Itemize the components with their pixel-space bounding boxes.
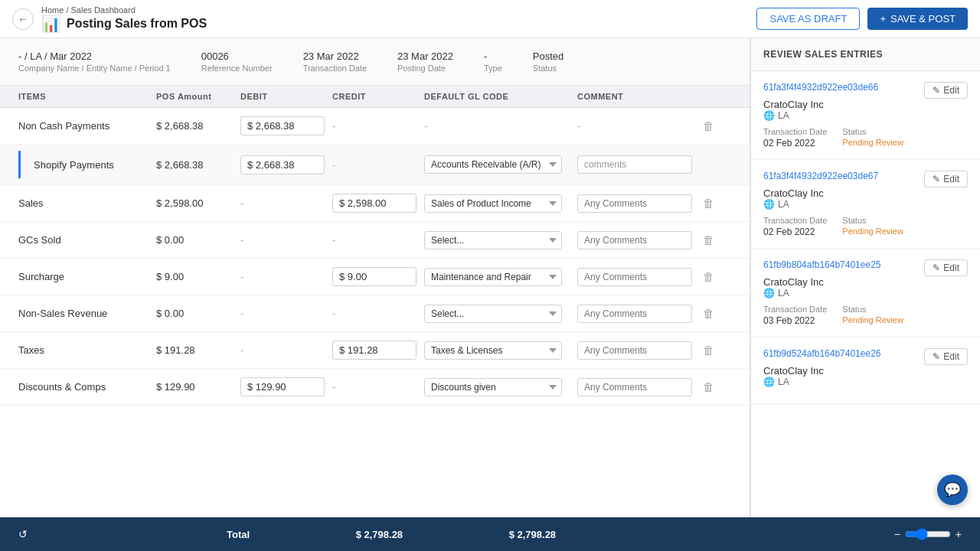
company-value: - / LA / Mar 2022	[18, 51, 171, 62]
status-badge-1: Pending Review	[842, 138, 903, 147]
chat-fab-button[interactable]: 💬	[937, 474, 968, 505]
comment-shopify	[577, 155, 700, 174]
refresh-button[interactable]: ↺	[18, 528, 28, 540]
debit-input-non-cash[interactable]	[240, 116, 325, 135]
save-post-button[interactable]: + SAVE & POST	[867, 8, 968, 30]
comment-input-surcharge[interactable]	[577, 268, 692, 286]
debit-surcharge: -	[240, 271, 332, 282]
gl-discounts: Discounts given	[424, 378, 577, 396]
total-label: Total	[227, 529, 250, 540]
comment-gcs	[577, 231, 700, 249]
breadcrumb-sep: /	[66, 5, 68, 15]
col-comment: COMMENT	[577, 92, 700, 101]
credit-discounts: -	[332, 381, 424, 393]
gl-select-discounts[interactable]: Discounts given	[424, 378, 562, 396]
comment-input-sales[interactable]	[577, 194, 692, 213]
credit-shopify: -	[332, 159, 424, 171]
edit-button-3[interactable]: ✎ Edit	[924, 259, 968, 276]
comment-input-shopify[interactable]	[577, 155, 692, 174]
table-row-surcharge: Surcharge $ 9.00 - Maintenance and Repai…	[0, 259, 750, 295]
action-surcharge: 🗑	[700, 267, 730, 286]
meta-transaction-date: 23 Mar 2022 Transaction Date	[303, 51, 367, 73]
edit-button-1[interactable]: ✎ Edit	[924, 82, 968, 99]
breadcrumb-home[interactable]: Home	[41, 5, 64, 15]
review-card-1-status: Status Pending Review	[842, 127, 903, 148]
type-value: -	[484, 51, 502, 62]
review-card-2-id: 61fa3f4f4932d922ee03de67	[763, 171, 878, 181]
table-row-sales: Sales $ 2,598.00 - Sales of Product Inco…	[0, 185, 750, 222]
debit-input-shopify[interactable]	[240, 155, 325, 174]
comment-input-gcs[interactable]	[577, 231, 692, 249]
save-draft-button[interactable]: SAVE AS DRAFT	[756, 8, 860, 30]
breadcrumb: Home / Sales Dashboard	[41, 5, 207, 15]
meta-company: - / LA / Mar 2022 Company Name / Entity …	[18, 51, 171, 73]
transaction-date-label: Transaction Date	[303, 64, 367, 73]
meta-type: - Type	[484, 51, 502, 73]
debit-gcs: -	[240, 234, 332, 246]
action-discounts: 🗑	[700, 377, 730, 396]
comment-taxes	[577, 341, 700, 360]
item-name-gcs: GCs Sold	[18, 234, 156, 246]
item-name-shopify: Shopify Payments	[34, 159, 156, 171]
review-card-1-date: Transaction Date 02 Feb 2022	[763, 127, 827, 148]
credit-input-surcharge[interactable]	[332, 267, 416, 286]
nav-right: SAVE AS DRAFT + SAVE & POST	[756, 8, 968, 30]
gl-select-gcs[interactable]: Select...	[424, 231, 562, 249]
review-card-2: 61fa3f4f4932d922ee03de67 ✎ Edit CratoCla…	[751, 160, 980, 249]
delete-surcharge-button[interactable]: 🗑	[700, 267, 717, 286]
pos-amount-non-cash: $ 2,668.38	[156, 120, 240, 132]
credit-input-sales[interactable]	[332, 194, 416, 213]
breadcrumb-area: Home / Sales Dashboard 📊 Posting Sales f…	[41, 5, 207, 33]
col-actions	[700, 92, 730, 101]
debit-shopify	[240, 155, 332, 174]
debit-input-discounts[interactable]	[240, 377, 325, 396]
edit-button-2[interactable]: ✎ Edit	[924, 171, 968, 187]
zoom-in-button[interactable]: +	[956, 528, 962, 540]
comment-discounts	[577, 378, 700, 396]
delete-non-sales-button[interactable]: 🗑	[700, 304, 717, 323]
review-card-4-company: CratoClay Inc	[763, 365, 968, 377]
comment-input-taxes[interactable]	[577, 341, 692, 360]
gl-non-cash: -	[424, 120, 577, 132]
gl-sales: Sales of Product Income	[424, 194, 577, 213]
edit-button-4[interactable]: ✎ Edit	[924, 348, 968, 365]
delete-gcs-button[interactable]: 🗑	[700, 230, 717, 249]
posting-date-value: 23 Mar 2022	[397, 51, 453, 62]
delete-non-cash-button[interactable]: 🗑	[700, 116, 717, 135]
main-content: - / LA / Mar 2022 Company Name / Entity …	[0, 38, 980, 517]
comment-non-sales	[577, 305, 700, 323]
reference-label: Reference Number	[201, 64, 273, 73]
back-button[interactable]: ←	[12, 8, 34, 30]
item-name-taxes: Taxes	[18, 344, 156, 356]
debit-discounts	[240, 377, 332, 396]
action-gcs: 🗑	[700, 230, 730, 249]
gl-select-taxes[interactable]: Taxes & Licenses	[424, 341, 562, 360]
comment-input-non-sales[interactable]	[577, 305, 692, 323]
zoom-out-button[interactable]: −	[894, 528, 900, 540]
meta-posting-date: 23 Mar 2022 Posting Date	[397, 51, 453, 73]
breadcrumb-sales[interactable]: Sales Dashboard	[71, 5, 136, 15]
zoom-slider[interactable]	[905, 528, 951, 540]
globe-icon-3: 🌐	[763, 288, 775, 298]
credit-input-taxes[interactable]	[332, 341, 416, 360]
comment-input-discounts[interactable]	[577, 378, 692, 396]
col-pos-amount: POS Amount	[156, 92, 240, 101]
table-row-sub: Shopify Payments $ 2,668.38 - Accounts R…	[0, 145, 750, 185]
gl-select-sales[interactable]: Sales of Product Income	[424, 194, 562, 213]
gl-select-shopify[interactable]: Accounts Receivable (A/R)	[424, 155, 562, 174]
delete-taxes-button[interactable]: 🗑	[700, 341, 717, 360]
action-non-cash: 🗑	[700, 116, 730, 135]
item-name-surcharge: Surcharge	[18, 271, 156, 282]
credit-taxes	[332, 341, 424, 360]
pos-amount-non-sales: $ 0.00	[156, 308, 240, 319]
delete-discounts-button[interactable]: 🗑	[700, 377, 717, 396]
gl-select-surcharge[interactable]: Maintenance and Repair	[424, 268, 562, 286]
review-card-2-company: CratoClay Inc	[763, 187, 968, 199]
sub-indent-shopify	[18, 151, 34, 178]
gl-select-non-sales[interactable]: Select...	[424, 305, 562, 323]
item-name-non-cash: Non Cash Payments	[18, 120, 156, 132]
credit-surcharge	[332, 267, 424, 286]
delete-sales-button[interactable]: 🗑	[700, 194, 717, 213]
review-card-3-date: Transaction Date 03 Feb 2022	[763, 305, 827, 326]
review-card-2-location: 🌐 LA	[763, 199, 968, 210]
